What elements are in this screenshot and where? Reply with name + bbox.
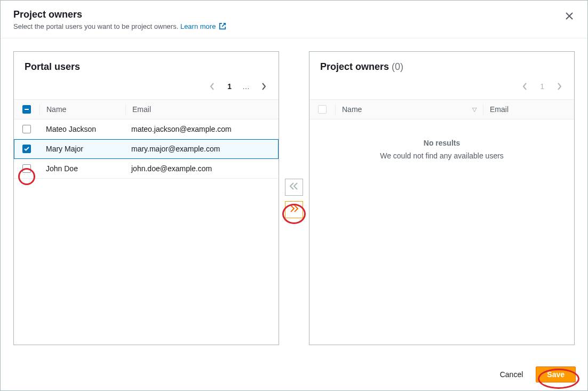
close-button[interactable] xyxy=(563,10,576,23)
portal-users-pagination: 1 … xyxy=(14,77,279,99)
chevron-double-left-icon xyxy=(290,182,298,191)
column-header-name[interactable]: Name xyxy=(40,100,125,119)
sort-icon: ▽ xyxy=(472,106,476,113)
user-email: mary.major@example.com xyxy=(125,139,279,158)
move-right-button[interactable] xyxy=(285,201,303,218)
save-button[interactable]: Save xyxy=(536,366,576,382)
move-left-button[interactable] xyxy=(285,179,303,196)
user-name: John Doe xyxy=(39,159,125,178)
empty-message: We could not find any available users xyxy=(380,151,504,160)
prev-page-button[interactable] xyxy=(205,79,220,94)
portal-users-panel: Portal users 1 … Name Email xyxy=(13,51,279,345)
row-checkbox[interactable] xyxy=(22,145,31,153)
page-number: 1 xyxy=(223,82,236,91)
external-link-icon xyxy=(219,22,226,31)
next-page-button[interactable] xyxy=(256,79,271,94)
modal-title: Project owners xyxy=(13,9,575,20)
transfer-controls xyxy=(279,51,309,345)
portal-users-title: Portal users xyxy=(25,61,268,73)
empty-state: No results We could not find any availab… xyxy=(309,119,574,179)
next-page-button[interactable] xyxy=(552,79,567,94)
user-name: Mateo Jackson xyxy=(39,119,125,139)
select-all-checkbox xyxy=(318,105,327,114)
column-header-name[interactable]: Name ▽ xyxy=(336,100,483,119)
user-name: Mary Major xyxy=(39,139,125,158)
select-all-checkbox[interactable] xyxy=(22,105,31,114)
modal-header: Project owners Select the portal users y… xyxy=(1,1,587,38)
project-owners-pagination: 1 xyxy=(309,77,574,99)
project-owners-modal: Project owners Select the portal users y… xyxy=(0,0,588,391)
learn-more-link[interactable]: Learn more xyxy=(180,22,226,30)
user-email: mateo.jackson@example.com xyxy=(125,119,279,139)
empty-title: No results xyxy=(316,139,568,147)
column-header-email[interactable]: Email xyxy=(126,100,279,119)
modal-footer: Cancel Save xyxy=(1,358,587,390)
modal-subtitle: Select the portal users you want to be p… xyxy=(13,22,575,31)
close-icon xyxy=(565,11,574,22)
modal-body: Portal users 1 … Name Email xyxy=(1,38,587,358)
portal-users-table-head: Name Email xyxy=(14,99,279,119)
prev-page-button[interactable] xyxy=(518,79,533,94)
table-row[interactable]: Mateo Jackson mateo.jackson@example.com xyxy=(14,119,279,139)
table-row[interactable]: Mary Major mary.major@example.com xyxy=(14,139,279,159)
page-ellipsis: … xyxy=(239,82,253,91)
column-header-email[interactable]: Email xyxy=(483,100,574,119)
user-email: john.doe@example.com xyxy=(125,159,279,178)
table-row[interactable]: John Doe john.doe@example.com xyxy=(14,159,279,179)
row-checkbox[interactable] xyxy=(22,125,31,133)
project-owners-title: Project owners (0) xyxy=(320,61,563,73)
project-owners-panel: Project owners (0) 1 Name xyxy=(309,51,575,345)
page-number: 1 xyxy=(536,82,549,91)
chevron-double-right-icon xyxy=(290,205,298,214)
project-owners-table-head: Name ▽ Email xyxy=(309,99,574,119)
row-checkbox[interactable] xyxy=(22,164,31,173)
owners-count: (0) xyxy=(392,61,403,72)
cancel-button[interactable]: Cancel xyxy=(492,366,531,383)
